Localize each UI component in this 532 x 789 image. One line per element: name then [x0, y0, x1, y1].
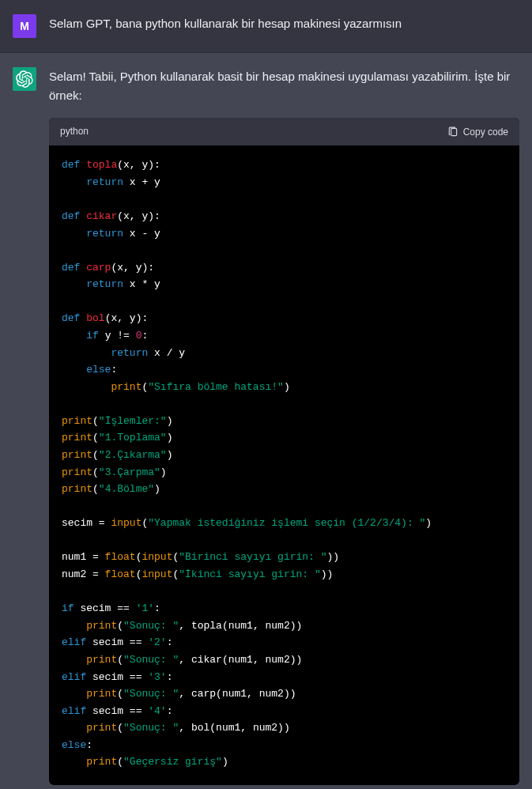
assistant-avatar [13, 67, 36, 91]
code-content[interactable]: def topla(x, y): return x + y def cikar(… [49, 145, 519, 785]
user-avatar: M [13, 14, 36, 38]
svg-rect-0 [451, 128, 456, 135]
copy-code-button[interactable]: Copy code [447, 126, 508, 138]
user-message-row: M Selam GPT, bana python kullanarak bir … [0, 0, 532, 53]
user-message-text: Selam GPT, bana python kullanarak bir he… [49, 14, 519, 38]
code-block-header: python Copy code [49, 118, 519, 145]
openai-logo-icon [16, 70, 33, 88]
code-language-label: python [60, 124, 89, 139]
assistant-message-content: Selam! Tabii, Python kullanarak basit bi… [49, 67, 519, 785]
assistant-intro-text: Selam! Tabii, Python kullanarak basit bi… [49, 67, 519, 105]
copy-code-label: Copy code [463, 126, 508, 138]
assistant-message-row: Selam! Tabii, Python kullanarak basit bi… [0, 53, 532, 789]
code-block: python Copy code def topla(x, y): return… [49, 118, 519, 785]
clipboard-icon [447, 126, 458, 138]
